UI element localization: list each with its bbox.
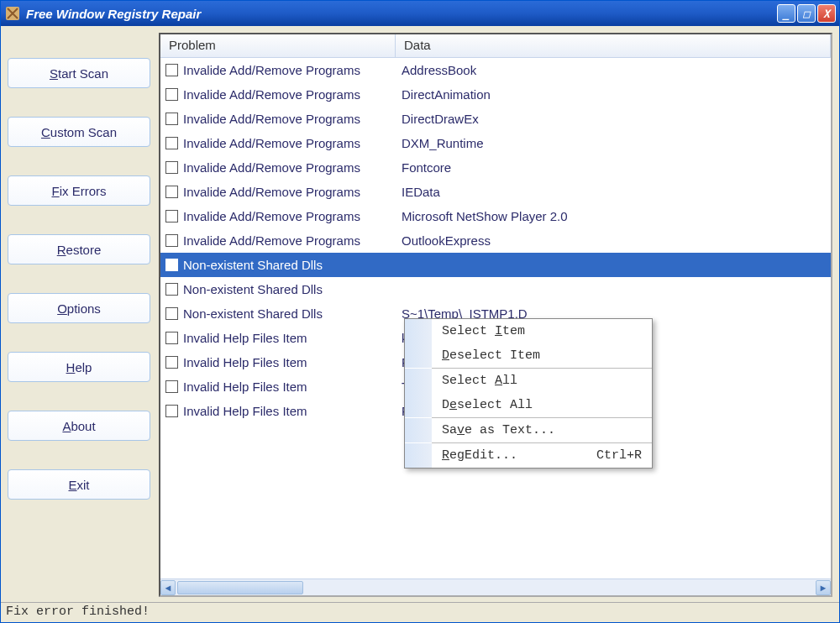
row-problem-text: Invalide Add/Remove Programs	[183, 112, 402, 126]
scroll-right-arrow[interactable]: ►	[816, 580, 831, 595]
sidebar-button-exit[interactable]: Exit	[8, 469, 150, 500]
row-checkbox[interactable]	[165, 283, 178, 296]
context-menu-gutter	[405, 418, 432, 442]
row-data-text: DirectDrawEx	[402, 112, 831, 126]
client-area: Start ScanCustom ScanFix ErrorsRestoreOp…	[1, 26, 839, 622]
context-menu-gutter	[405, 343, 432, 368]
context-menu-item[interactable]: Select Item	[432, 319, 652, 343]
row-problem-text: Invalid Help Files Item	[183, 355, 402, 369]
row-data-text: Microsoft NetShow Player 2.0	[402, 209, 831, 223]
row-checkbox[interactable]	[165, 356, 178, 369]
titlebar: Free Window Registry Repair _ □ X	[1, 1, 839, 26]
close-button[interactable]: X	[817, 4, 836, 23]
row-checkbox[interactable]	[165, 161, 178, 174]
results-listview: Problem Data Invalide Add/Remove Program…	[159, 33, 832, 597]
context-menu: Select ItemDeselect ItemSelect AllDesele…	[404, 318, 653, 469]
context-menu-item[interactable]: Deselect Item	[432, 343, 652, 368]
row-problem-text: Invalide Add/Remove Programs	[183, 160, 402, 175]
row-checkbox[interactable]	[165, 137, 178, 149]
row-data-text: DirectAnimation	[402, 87, 831, 102]
context-menu-gutter	[405, 369, 432, 393]
row-problem-text: Invalide Add/Remove Programs	[183, 87, 402, 102]
main-area: Start ScanCustom ScanFix ErrorsRestoreOp…	[1, 26, 839, 602]
row-checkbox[interactable]	[165, 88, 178, 101]
list-row[interactable]: Invalide Add/Remove ProgramsIEData	[160, 180, 831, 204]
sidebar-button-about[interactable]: About	[8, 411, 150, 441]
row-problem-text: Invalide Add/Remove Programs	[183, 233, 402, 248]
row-checkbox[interactable]	[165, 259, 178, 271]
row-checkbox[interactable]	[165, 332, 178, 344]
app-window: Free Window Registry Repair _ □ X Start …	[0, 0, 840, 623]
status-bar: Fix error finished!	[1, 602, 839, 622]
list-row[interactable]: Invalide Add/Remove ProgramsOutlookExpre…	[160, 228, 831, 253]
context-menu-item[interactable]: Save as Text...	[432, 418, 652, 442]
sidebar-button-start-scan[interactable]: Start Scan	[8, 58, 150, 88]
row-checkbox[interactable]	[165, 64, 178, 76]
scroll-track[interactable]	[177, 580, 814, 595]
row-problem-text: Invalide Add/Remove Programs	[183, 209, 402, 223]
list-row[interactable]: Invalide Add/Remove ProgramsDirectAnimat…	[160, 82, 831, 107]
row-data-text: OutlookExpress	[402, 233, 831, 248]
context-menu-item[interactable]: Deselect All	[432, 393, 652, 417]
row-checkbox[interactable]	[165, 234, 178, 247]
context-menu-item[interactable]: Select All	[432, 369, 652, 393]
row-checkbox[interactable]	[165, 405, 178, 417]
row-data-text: AddressBook	[402, 63, 831, 77]
sidebar-button-fix-errors[interactable]: Fix Errors	[8, 175, 150, 206]
row-checkbox[interactable]	[165, 380, 178, 393]
context-menu-gutter	[405, 319, 432, 343]
row-data-text: IEData	[402, 185, 831, 199]
maximize-button[interactable]: □	[797, 4, 816, 23]
row-data-text: DXM_Runtime	[402, 136, 831, 150]
row-checkbox[interactable]	[165, 186, 178, 198]
context-menu-gutter	[405, 443, 432, 468]
sidebar-button-help[interactable]: Help	[8, 352, 150, 382]
list-row[interactable]: Invalide Add/Remove ProgramsMicrosoft Ne…	[160, 204, 831, 228]
list-row[interactable]: Non-existent Shared Dlls	[160, 277, 831, 301]
scroll-left-arrow[interactable]: ◄	[160, 580, 176, 595]
app-icon	[4, 5, 21, 22]
row-problem-text: Invalide Add/Remove Programs	[183, 136, 402, 150]
window-buttons: _ □ X	[777, 4, 836, 23]
row-problem-text: Non-existent Shared Dlls	[183, 282, 402, 296]
row-problem-text: Invalid Help Files Item	[183, 380, 402, 394]
row-problem-text: Invalide Add/Remove Programs	[183, 185, 402, 199]
context-menu-item[interactable]: RegEdit...Ctrl+R	[432, 443, 652, 468]
sidebar-button-options[interactable]: Options	[8, 293, 150, 323]
column-header-problem[interactable]: Problem	[160, 34, 396, 57]
row-problem-text: Non-existent Shared Dlls	[183, 258, 402, 272]
row-problem-text: Invalide Add/Remove Programs	[183, 63, 402, 77]
sidebar-button-restore[interactable]: Restore	[8, 234, 150, 264]
list-row[interactable]: Invalide Add/Remove ProgramsFontcore	[160, 155, 831, 180]
list-row[interactable]: Invalide Add/Remove ProgramsDirectDrawEx	[160, 107, 831, 131]
sidebar: Start ScanCustom ScanFix ErrorsRestoreOp…	[8, 33, 150, 597]
list-row[interactable]: Invalide Add/Remove ProgramsDXM_Runtime	[160, 131, 831, 155]
horizontal-scrollbar[interactable]: ◄ ►	[160, 578, 831, 595]
row-data-text: Fontcore	[402, 160, 831, 175]
row-checkbox[interactable]	[165, 113, 178, 125]
window-title: Free Window Registry Repair	[26, 7, 777, 21]
sidebar-button-custom-scan[interactable]: Custom Scan	[8, 117, 150, 147]
row-problem-text: Invalid Help Files Item	[183, 331, 402, 345]
list-row[interactable]: Non-existent Shared Dlls	[160, 253, 831, 277]
row-checkbox[interactable]	[165, 210, 178, 222]
list-header: Problem Data	[160, 34, 831, 58]
list-row[interactable]: Invalide Add/Remove ProgramsAddressBook	[160, 58, 831, 82]
row-checkbox[interactable]	[165, 307, 178, 320]
minimize-button[interactable]: _	[777, 4, 795, 23]
column-header-data[interactable]: Data	[396, 34, 831, 57]
row-problem-text: Non-existent Shared Dlls	[183, 306, 402, 321]
row-problem-text: Invalid Help Files Item	[183, 404, 402, 418]
context-menu-gutter	[405, 393, 432, 417]
scroll-thumb[interactable]	[177, 581, 303, 594]
